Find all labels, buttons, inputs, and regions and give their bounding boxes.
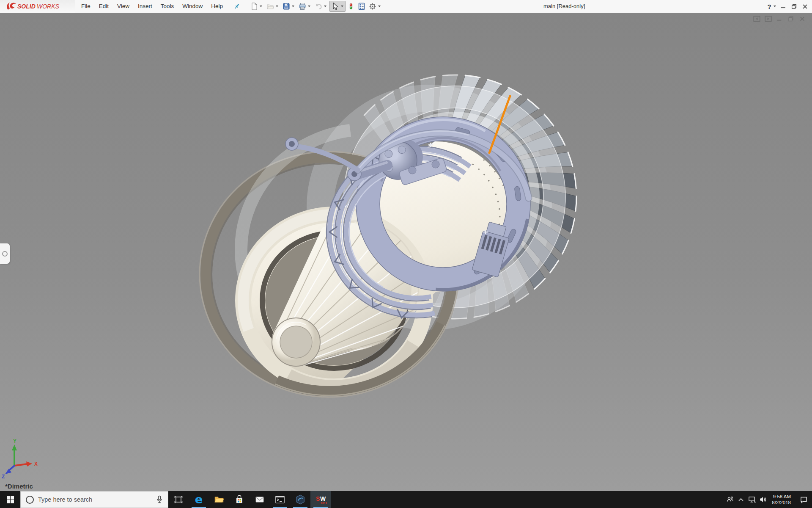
document-close-icon[interactable]: [798, 15, 806, 22]
taskbar-clock[interactable]: 9:58 AM 8/2/2018: [768, 494, 795, 505]
taskbar-apps: e: [168, 491, 331, 508]
document-restore-icon[interactable]: [787, 15, 795, 22]
title-bar: SOLID WORKS File Edit View Insert Tools …: [0, 0, 812, 13]
menu-edit[interactable]: Edit: [95, 0, 113, 13]
new-document-button[interactable]: [249, 1, 264, 11]
new-document-dropdown[interactable]: [260, 6, 262, 7]
close-button[interactable]: [799, 0, 810, 13]
search-placeholder: Type here to search: [38, 496, 156, 503]
menu-help[interactable]: Help: [207, 0, 227, 13]
svg-text:e: e: [195, 494, 203, 505]
menu-tools[interactable]: Tools: [156, 0, 178, 13]
select-tool-button[interactable]: [329, 1, 346, 12]
volume-icon[interactable]: [757, 491, 768, 508]
clock-date: 8/2/2018: [772, 500, 791, 505]
document-title: main [Read-only]: [543, 0, 585, 13]
microphone-icon[interactable]: [156, 495, 163, 504]
options-dropdown[interactable]: [378, 6, 381, 7]
graphics-area[interactable]: Y X Z *Dimetric: [0, 13, 812, 491]
edge-button[interactable]: e: [189, 491, 209, 508]
options-button[interactable]: [368, 1, 383, 11]
composer-icon: [295, 494, 306, 505]
task-view-button[interactable]: [168, 491, 189, 508]
menu-bar: File Edit View Insert Tools Window Help: [77, 0, 227, 13]
command-prompt-icon: [274, 494, 285, 505]
solidworks-logo: SOLID WORKS: [0, 0, 75, 13]
svg-text:2017: 2017: [321, 502, 327, 505]
composer-button[interactable]: [290, 491, 310, 508]
engine-3d-model[interactable]: [0, 13, 812, 491]
triad-x-label: X: [34, 461, 38, 467]
solidworks-logo-mark: SOLID WORKS: [4, 1, 72, 11]
solidworks-taskbar-button[interactable]: S W 2017: [310, 491, 331, 508]
undo-button[interactable]: [313, 1, 329, 11]
orientation-triad: Y X Z: [1, 439, 41, 479]
menu-view[interactable]: View: [113, 0, 134, 13]
solidworks-app-icon: S W 2017: [314, 493, 327, 506]
network-icon[interactable]: [746, 491, 757, 508]
people-icon[interactable]: [724, 491, 735, 508]
selection-filter-button[interactable]: [346, 1, 356, 11]
mail-button[interactable]: [250, 491, 270, 508]
triad-z-label: Z: [2, 474, 5, 479]
svg-text:W: W: [320, 495, 326, 502]
toolbar-separator: [246, 2, 246, 11]
brand-bold: SOLID: [17, 3, 36, 10]
menu-insert[interactable]: Insert: [134, 0, 156, 13]
clock-time: 9:58 AM: [772, 494, 791, 500]
minimize-button[interactable]: [777, 0, 788, 13]
select-tool-dropdown[interactable]: [341, 6, 343, 7]
view-orientation-label: *Dimetric: [5, 483, 33, 490]
store-icon: [234, 494, 245, 505]
file-explorer-icon: [214, 494, 225, 505]
save-dropdown[interactable]: [292, 6, 294, 7]
start-button[interactable]: [0, 491, 20, 508]
document-minimize-icon[interactable]: [776, 15, 783, 22]
pane-toggle-left-icon[interactable]: [753, 15, 760, 22]
restore-button[interactable]: [788, 0, 799, 13]
menu-file[interactable]: File: [77, 0, 95, 13]
svg-text:S: S: [316, 495, 320, 502]
document-window-controls: [753, 15, 806, 22]
file-properties-button[interactable]: [357, 1, 367, 11]
store-button[interactable]: [229, 491, 250, 508]
search-input[interactable]: Type here to search: [20, 491, 168, 508]
feature-tree-collapsed-tab[interactable]: [0, 243, 10, 264]
command-prompt-button[interactable]: [270, 491, 290, 508]
pane-toggle-right-icon[interactable]: [764, 15, 772, 22]
file-explorer-button[interactable]: [209, 491, 229, 508]
triad-y-label: Y: [13, 439, 16, 444]
mail-icon: [254, 494, 265, 505]
open-dropdown[interactable]: [276, 6, 278, 7]
action-center-icon[interactable]: [795, 491, 812, 508]
print-dropdown[interactable]: [308, 6, 310, 7]
help-button[interactable]: ?: [766, 0, 777, 13]
cortana-icon: [26, 496, 34, 504]
standard-toolbar: [249, 1, 383, 12]
print-button[interactable]: [297, 1, 313, 11]
hidden-icons-chevron[interactable]: [735, 491, 746, 508]
system-tray: 9:58 AM 8/2/2018: [724, 491, 812, 508]
windows-taskbar: Type here to search e: [0, 491, 812, 508]
undo-dropdown[interactable]: [324, 6, 326, 7]
brand-light: WORKS: [37, 3, 60, 10]
edge-icon: e: [193, 494, 205, 505]
open-button[interactable]: [265, 1, 280, 11]
save-button[interactable]: [281, 1, 296, 11]
task-view-icon: [174, 496, 183, 503]
window-controls: ?: [766, 0, 810, 13]
pin-menu-icon[interactable]: [233, 3, 241, 10]
menu-window[interactable]: Window: [178, 0, 207, 13]
help-dropdown[interactable]: [774, 6, 776, 7]
feature-tree-tab-icon: [2, 251, 8, 257]
windows-logo-icon: [7, 496, 14, 503]
